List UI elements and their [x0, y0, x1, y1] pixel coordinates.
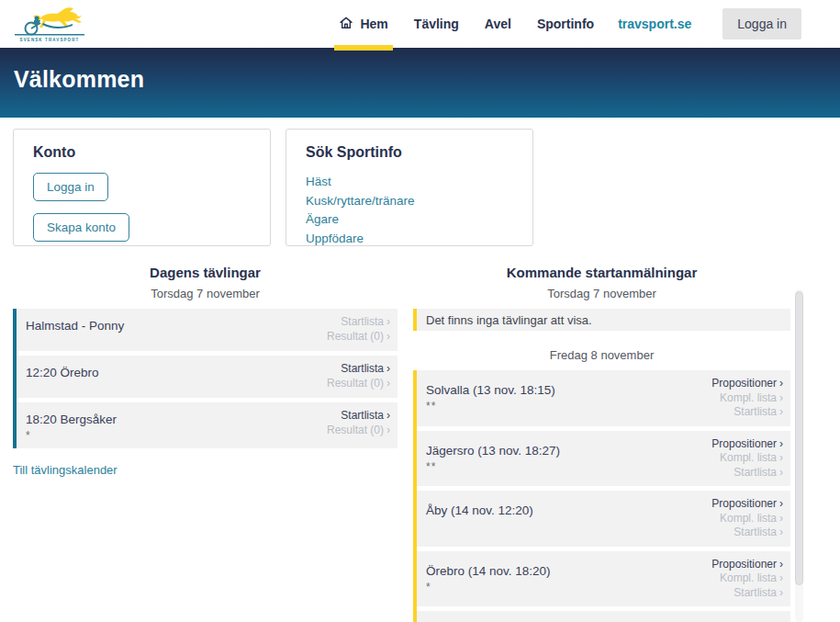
race-row: 12:20 ÖrebroStartlista›Resultat (0)›: [17, 356, 398, 398]
link-label: Startlista: [341, 315, 384, 328]
resultat-0-link[interactable]: Resultat (0)›: [327, 377, 390, 391]
nav-item-label: Hem: [360, 17, 387, 31]
upcoming-friday-group: Solvalla (13 nov. 18:15)**Propositioner›…: [413, 370, 790, 622]
todays-races-title: Dagens tävlingar: [13, 265, 398, 280]
link-label: Startlista: [341, 362, 384, 375]
kompl-lista-link[interactable]: Kompl. lista›: [711, 391, 783, 406]
till-tavlingskalender-link[interactable]: Till tävlingskalender: [13, 463, 118, 477]
upcoming-scrollbar-thumb[interactable]: [795, 291, 803, 585]
agare-link[interactable]: Ägare: [306, 210, 513, 230]
upcoming-entries-title: Kommande startanmälningar: [413, 265, 790, 280]
chevron-right-icon: ›: [779, 558, 783, 571]
clipped-race-row: [417, 611, 790, 622]
nav-item-avel[interactable]: Avel: [485, 0, 511, 48]
chevron-right-icon: ›: [386, 315, 390, 328]
upcoming-scrollbar-track[interactable]: [795, 289, 803, 622]
chevron-right-icon: ›: [386, 330, 390, 343]
race-info: Örebro (14 nov. 18:20)*: [426, 558, 551, 601]
startlista-link[interactable]: Startlista›: [327, 409, 390, 424]
race-row: Jägersro (13 nov. 18:27)**Propositioner›…: [417, 431, 790, 487]
race-note: *: [426, 581, 551, 594]
chevron-right-icon: ›: [779, 451, 783, 464]
sok-card-title: Sök Sportinfo: [306, 144, 513, 161]
race-links: Startlista›Resultat (0)›: [327, 409, 390, 442]
hero-banner: Välkommen: [0, 48, 840, 118]
chevron-right-icon: ›: [779, 526, 783, 538]
resultat-0-link[interactable]: Resultat (0)›: [327, 330, 390, 345]
hast-link[interactable]: Häst: [306, 173, 513, 192]
link-label: Propositioner: [711, 497, 777, 510]
nav-item-hem[interactable]: Hem: [339, 0, 387, 48]
header-login-button[interactable]: Logga in: [722, 8, 801, 40]
kompl-lista-link[interactable]: Kompl. lista›: [711, 571, 783, 586]
chevron-right-icon: ›: [779, 571, 783, 584]
race-links: Propositioner›Kompl. lista›Startlista›: [711, 558, 783, 601]
chevron-right-icon: ›: [386, 362, 390, 375]
kompl-lista-link[interactable]: Kompl. lista›: [711, 451, 783, 466]
link-label: Propositioner: [711, 558, 777, 571]
svg-text:SVENSK TRAVSPORT: SVENSK TRAVSPORT: [20, 38, 80, 42]
race-note: **: [426, 460, 560, 473]
race-title: Solvalla (13 nov. 18:15): [426, 383, 555, 397]
chevron-right-icon: ›: [779, 391, 783, 404]
chevron-right-icon: ›: [779, 377, 783, 390]
race-title: Halmstad - Ponny: [26, 319, 124, 333]
chevron-right-icon: ›: [386, 409, 390, 422]
sok-sportinfo-card: Sök Sportinfo Häst Kusk/ryttare/tränare …: [286, 129, 533, 246]
link-label: Startlista: [341, 409, 384, 422]
brand-logo[interactable]: SVENSK TRAVSPORT: [14, 2, 85, 47]
race-info: Solvalla (13 nov. 18:15)**: [426, 377, 555, 420]
startlista-link[interactable]: Startlista›: [711, 586, 783, 601]
race-row: Örebro (14 nov. 18:20)*Propositioner›Kom…: [417, 551, 790, 607]
startlista-link[interactable]: Startlista›: [711, 466, 783, 481]
propositioner-link[interactable]: Propositioner›: [711, 377, 783, 391]
link-label: Startlista: [734, 405, 777, 418]
nav-right: Hem Tävling Avel Sportinfo travsport.se …: [339, 0, 801, 48]
link-label: Startlista: [734, 466, 777, 479]
resultat-0-link[interactable]: Resultat (0)›: [327, 424, 390, 438]
travsport-se-link[interactable]: travsport.se: [618, 17, 691, 31]
todays-races-date: Torsdag 7 november: [13, 287, 398, 300]
uppfodare-link[interactable]: Uppfödare: [306, 230, 513, 249]
kompl-lista-link[interactable]: Kompl. lista›: [711, 512, 783, 526]
race-title: Örebro (14 nov. 18:20): [426, 564, 551, 578]
todays-races-list: Halmstad - PonnyStartlista›Resultat (0)›…: [13, 309, 398, 448]
link-label: Propositioner: [711, 437, 777, 450]
content-columns: Dagens tävlingar Torsdag 7 november Halm…: [0, 265, 840, 622]
startlista-link[interactable]: Startlista›: [327, 315, 390, 330]
chevron-right-icon: ›: [779, 497, 783, 510]
logga-in-button[interactable]: Logga in: [33, 173, 108, 201]
startlista-link[interactable]: Startlista›: [711, 526, 783, 540]
todays-races-section: Dagens tävlingar Torsdag 7 november Halm…: [13, 265, 398, 622]
link-label: Startlista: [734, 586, 777, 599]
race-links: Propositioner›Kompl. lista›Startlista›: [711, 377, 783, 420]
link-label: Kompl. lista: [720, 571, 777, 584]
skapa-konto-button[interactable]: Skapa konto: [33, 213, 129, 242]
race-row: Åby (14 nov. 12:20)Propositioner›Kompl. …: [417, 491, 790, 547]
chevron-right-icon: ›: [779, 466, 783, 479]
nav-item-tavling[interactable]: Tävling: [414, 0, 459, 48]
race-row: Halmstad - PonnyStartlista›Resultat (0)›: [17, 309, 398, 351]
startlista-link[interactable]: Startlista›: [327, 362, 390, 377]
race-title: 18:20 Bergsåker: [26, 413, 117, 426]
kusk-ryttare-tranare-link[interactable]: Kusk/ryttare/tränare: [306, 192, 513, 211]
race-info: 18:20 Bergsåker*: [26, 409, 117, 442]
upcoming-thursday-group: Det finns inga tävlingar att visa.: [413, 309, 790, 331]
chevron-right-icon: ›: [779, 512, 783, 525]
race-links: Propositioner›Kompl. lista›Startlista›: [711, 437, 783, 481]
propositioner-link[interactable]: Propositioner›: [711, 497, 783, 512]
chevron-right-icon: ›: [779, 437, 783, 450]
propositioner-link[interactable]: Propositioner›: [711, 437, 783, 452]
home-icon: [339, 16, 353, 30]
startlista-link[interactable]: Startlista›: [711, 405, 783, 420]
link-label: Resultat (0): [327, 424, 384, 436]
nav-item-label: Tävling: [414, 17, 459, 31]
race-info: Halmstad - Ponny: [26, 315, 124, 345]
race-note: **: [426, 400, 555, 413]
main-nav: Hem Tävling Avel Sportinfo: [339, 0, 594, 48]
propositioner-link[interactable]: Propositioner›: [711, 558, 783, 572]
upcoming-friday-list: Solvalla (13 nov. 18:15)**Propositioner›…: [417, 370, 790, 606]
race-info: Åby (14 nov. 12:20): [426, 497, 533, 540]
nav-item-label: Sportinfo: [537, 17, 594, 31]
nav-item-sportinfo[interactable]: Sportinfo: [537, 0, 594, 48]
